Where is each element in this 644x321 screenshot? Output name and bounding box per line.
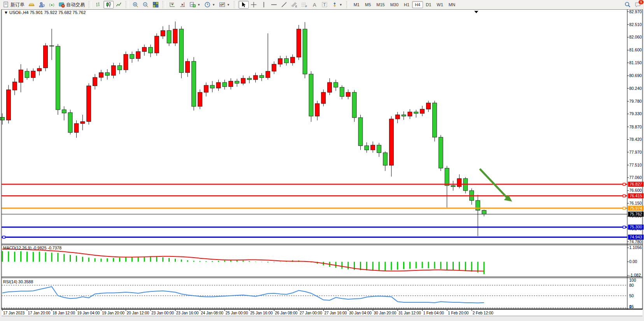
line-chart-button[interactable] [114, 1, 124, 9]
arrows-button[interactable]: ▼ [330, 1, 344, 9]
candle-body [44, 46, 48, 68]
vertical-line-button[interactable] [259, 1, 269, 9]
clock-icon [204, 2, 211, 8]
candle-body [223, 82, 227, 87]
candle-body [309, 74, 313, 116]
price-line-label[interactable]: 75.762 [630, 212, 642, 216]
rsi-label: RSI(14) 30.3588 [3, 279, 33, 284]
notifications-button[interactable]: 1 [635, 2, 641, 8]
candle-body [37, 68, 42, 71]
price-line-label[interactable]: 76.827 [630, 182, 642, 186]
chart-shift-button[interactable] [177, 1, 188, 9]
timeframe-button-w1[interactable]: W1 [434, 1, 446, 8]
timeframe-button-m30[interactable]: M30 [388, 1, 401, 8]
chart-svg[interactable]: 82.97082.51082.06081.60081.15080.69080.2… [0, 9, 644, 321]
time-tick-label: 20 Jan 12:00 [127, 311, 149, 315]
profiles-icon [39, 2, 45, 8]
candle-body [260, 75, 264, 78]
timeframe-button-mn[interactable]: MN [446, 1, 458, 8]
candle-body [284, 59, 289, 63]
crosshair-button[interactable] [249, 1, 259, 9]
cursor-button[interactable] [239, 1, 249, 9]
price-line-label[interactable]: 75.974 [630, 206, 642, 210]
candle-body [235, 81, 239, 83]
candle-body [445, 168, 449, 186]
new-order-button[interactable]: 新订单 [1, 1, 26, 9]
notification-badge: 1 [639, 0, 644, 4]
bar-chart-button[interactable] [93, 1, 104, 9]
time-tick-label: 19 Jan 04:00 [77, 311, 100, 315]
timeframe-button-h1[interactable]: H1 [401, 1, 412, 8]
time-tick-label: 25 Jan 16:00 [250, 311, 273, 315]
price-line-handle[interactable] [623, 226, 625, 228]
price-tick-label: 78.420 [629, 137, 642, 142]
fibo-channel-button[interactable]: E [289, 1, 299, 9]
candle-body [402, 115, 406, 116]
zoom-in-button[interactable] [130, 1, 140, 9]
timeframe-button-m15[interactable]: M15 [374, 1, 387, 8]
price-line-label[interactable]: 75.300 [630, 225, 642, 229]
text-label-button[interactable]: T [319, 1, 330, 9]
timeframe-button-h4[interactable]: H4 [412, 1, 423, 8]
candle-body [414, 112, 418, 114]
new-chart-button[interactable]: ▼ [188, 1, 202, 9]
timeframe-button-d1[interactable]: D1 [423, 1, 434, 8]
trendline-button[interactable] [279, 1, 289, 9]
line-chart-icon [116, 2, 122, 8]
fibo-retracement-button[interactable]: F [299, 1, 309, 9]
candle-body [272, 64, 276, 71]
zoom-out-icon [142, 2, 149, 8]
autotrade-icon [59, 2, 65, 8]
chevron-down-icon: ▼ [227, 3, 230, 7]
price-line-handle[interactable] [623, 207, 625, 209]
clock-button[interactable]: ▼ [202, 1, 217, 9]
price-line-handle[interactable] [623, 195, 625, 197]
time-tick-label: 17 Jan 20:00 [28, 311, 51, 315]
price-tick-label: 74.780 [629, 239, 642, 244]
signals-button[interactable] [47, 1, 57, 9]
timeframe-button-m5[interactable]: M5 [362, 1, 374, 8]
zoom-out-button[interactable] [140, 1, 151, 9]
candle-body [290, 57, 295, 63]
price-tick-label: 79.330 [629, 111, 642, 116]
price-line-handle[interactable] [623, 183, 625, 186]
price-tick-label: 77.510 [629, 163, 642, 167]
candle-body [371, 145, 375, 150]
time-tick-label: 23 Jan 00:00 [151, 311, 174, 315]
auto-trading-button[interactable]: 自动交易 [57, 1, 87, 9]
candle-body [408, 112, 412, 116]
candle-body [124, 54, 128, 70]
price-tick-label: 77.970 [629, 150, 642, 154]
candle-body [167, 30, 171, 43]
price-line-label[interactable]: 76.415 [630, 193, 642, 198]
horizontal-line-button[interactable] [269, 1, 279, 9]
time-tick-label: 1 Feb 20:00 [448, 311, 469, 315]
autoscroll-button[interactable] [167, 1, 177, 9]
candlestick-button[interactable] [104, 1, 114, 9]
fibo-channel-icon: E [291, 2, 297, 8]
time-tick-label: 30 Jan 20:00 [374, 311, 397, 315]
rsi-tick-label: 100 [629, 278, 636, 282]
candle-body [191, 61, 196, 107]
candle-body [278, 59, 283, 64]
timeframe-button-m1[interactable]: M1 [351, 1, 362, 8]
chart-title[interactable]: ▼ USOil-,H4 75.901 75.922 75.682 75.762 [4, 10, 86, 15]
price-tick-label: 81.150 [629, 60, 642, 65]
tile-windows-button[interactable] [151, 1, 161, 9]
time-tick-label: 31 Jan 12:00 [398, 311, 421, 315]
profile-chart-button[interactable]: ▼ [217, 1, 232, 9]
search-icon[interactable] [625, 2, 631, 8]
candle-body [179, 29, 184, 73]
text-button[interactable]: A [309, 1, 319, 9]
accounts-button[interactable] [37, 1, 47, 9]
price-line-handle[interactable] [3, 236, 5, 239]
price-line-label[interactable]: 74.943 [630, 235, 642, 239]
candle-body [99, 73, 103, 77]
market-watch-button[interactable] [26, 1, 37, 9]
time-tick-label: 27 Jan 00:00 [300, 311, 322, 315]
svg-text:F: F [305, 5, 307, 8]
time-tick-label: 18 Jan 12:00 [53, 311, 75, 315]
chart-area[interactable]: 82.97082.51082.06081.60081.15080.69080.2… [0, 9, 644, 321]
candle-body [105, 73, 109, 75]
rsi-tick-label: 80 [629, 283, 634, 288]
